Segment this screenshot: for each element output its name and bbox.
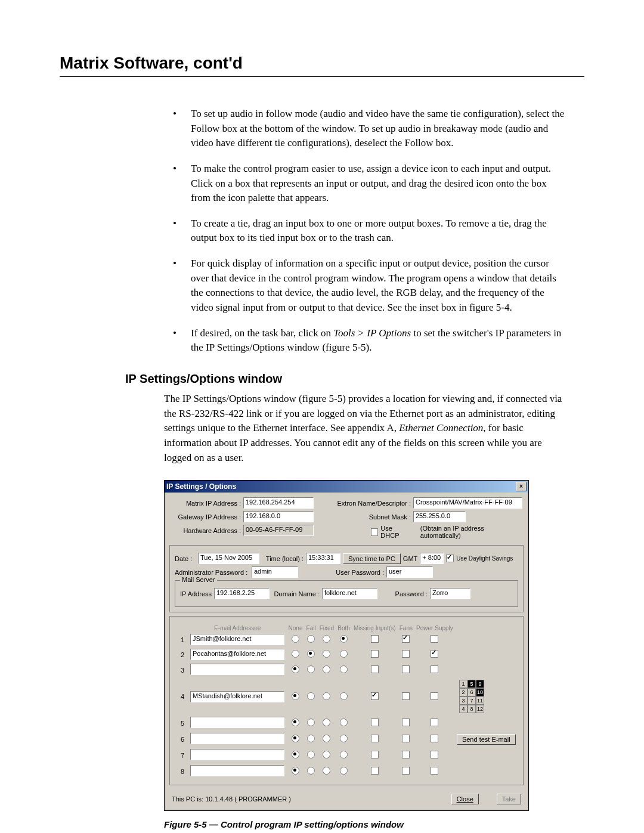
chk-power[interactable] <box>431 635 438 643</box>
hw-label: Hardware Address : <box>169 527 241 534</box>
matrix-ip-input[interactable]: 192.168.254.254 <box>243 497 314 509</box>
close-button[interactable]: Close <box>451 794 479 804</box>
chk-fans[interactable] <box>402 719 410 726</box>
user-pwd-label: User Password : <box>301 569 384 576</box>
radio-both[interactable] <box>340 767 348 775</box>
chk-power[interactable] <box>431 767 438 775</box>
radio-fixed[interactable] <box>323 650 330 658</box>
extron-input[interactable]: Crosspoint/MAV/Matrix-FF-FF-09 <box>413 497 522 509</box>
chk-fans[interactable] <box>402 735 410 742</box>
radio-fail[interactable] <box>307 735 315 742</box>
radio-fail[interactable] <box>307 665 315 673</box>
radio-fail[interactable] <box>307 719 315 726</box>
radio-both[interactable] <box>340 650 348 658</box>
email-input[interactable] <box>190 733 284 744</box>
chk-fans[interactable] <box>402 692 410 700</box>
dhcp-checkbox[interactable] <box>371 528 379 536</box>
dialog-screenshot: IP Settings / Options × Matrix IP Addres… <box>164 480 528 811</box>
radio-none[interactable] <box>292 650 299 658</box>
radio-both[interactable] <box>340 751 348 758</box>
dialog-titlebar: IP Settings / Options × <box>165 481 528 493</box>
radio-none[interactable] <box>292 751 299 758</box>
bullet-dot: • <box>173 216 191 246</box>
chk-fans[interactable] <box>402 650 410 658</box>
bullet-dot: • <box>173 107 191 151</box>
take-button[interactable]: Take <box>497 794 521 804</box>
radio-fixed[interactable] <box>323 767 330 775</box>
subnet-input[interactable]: 255.255.0.0 <box>413 511 466 522</box>
chk-fans[interactable] <box>402 635 410 643</box>
mail-pwd-input[interactable]: Zorro <box>430 588 470 599</box>
matrix-ip-label: Matrix IP Address : <box>169 500 241 507</box>
chk-missing[interactable] <box>371 719 379 726</box>
bullet-text: To create a tie, drag an input box to on… <box>191 216 566 246</box>
radio-none[interactable] <box>292 635 299 643</box>
radio-both[interactable] <box>340 719 348 726</box>
radio-none[interactable] <box>292 767 299 775</box>
mail-ip-label: IP Address <box>180 590 212 597</box>
radio-fail[interactable] <box>307 650 315 658</box>
chk-missing[interactable] <box>371 635 379 643</box>
bullet-dot: • <box>173 162 191 206</box>
radio-none[interactable] <box>292 692 299 700</box>
chk-fans[interactable] <box>402 751 410 758</box>
radio-both[interactable] <box>340 735 348 742</box>
radio-fixed[interactable] <box>323 665 330 673</box>
email-input[interactable]: Pocahontas@folklore.net <box>190 649 284 660</box>
gmt-label: GMT <box>403 555 417 562</box>
chk-power[interactable] <box>431 735 438 742</box>
gmt-input[interactable]: + 8:00 <box>420 553 444 564</box>
chk-missing[interactable] <box>371 650 379 658</box>
user-pwd-input[interactable]: user <box>386 566 433 578</box>
domain-input[interactable]: folklore.net <box>322 588 377 599</box>
email-input[interactable] <box>190 749 284 760</box>
hw-input: 00-05-A6-FF-FF-09 <box>243 525 314 536</box>
chk-power[interactable] <box>431 751 438 758</box>
email-input[interactable]: JSmith@folklore.net <box>190 634 284 645</box>
send-test-button[interactable]: Send test E-mail <box>457 734 516 745</box>
radio-fail[interactable] <box>307 767 315 775</box>
email-input[interactable] <box>190 765 284 776</box>
chk-fans[interactable] <box>402 767 410 775</box>
section-para: The IP Settings/Options window (figure 5… <box>164 392 566 465</box>
email-input[interactable] <box>190 664 284 675</box>
chk-fans[interactable] <box>402 665 410 673</box>
close-icon[interactable]: × <box>516 482 527 491</box>
chk-power[interactable] <box>431 692 438 700</box>
chk-missing[interactable] <box>371 767 379 775</box>
dhcp-label: Use DHCP <box>380 525 411 539</box>
chk-missing[interactable] <box>371 751 379 758</box>
radio-fixed[interactable] <box>323 735 330 742</box>
time-label: Time (local) : <box>262 555 304 562</box>
chk-missing[interactable] <box>371 735 379 742</box>
radio-fixed[interactable] <box>323 692 330 700</box>
radio-none[interactable] <box>292 735 299 742</box>
chk-missing[interactable] <box>371 692 379 700</box>
radio-both[interactable] <box>340 635 348 643</box>
radio-fixed[interactable] <box>323 635 330 643</box>
sync-button[interactable]: Sync time to PC <box>343 553 401 564</box>
chk-power[interactable] <box>431 665 438 673</box>
chk-power[interactable] <box>431 719 438 726</box>
radio-fail[interactable] <box>307 635 315 643</box>
radio-none[interactable] <box>292 719 299 726</box>
email-input[interactable] <box>190 717 284 728</box>
email-input[interactable]: MStandish@folklore.net <box>190 691 284 702</box>
radio-none[interactable] <box>292 665 299 673</box>
radio-fixed[interactable] <box>323 719 330 726</box>
radio-fail[interactable] <box>307 692 315 700</box>
date-input[interactable]: Tue, 15 Nov 2005 <box>198 553 259 564</box>
gateway-input[interactable]: 192.168.0.0 <box>243 511 314 522</box>
radio-fail[interactable] <box>307 751 315 758</box>
chk-missing[interactable] <box>371 665 379 673</box>
mail-ip-input[interactable]: 192.168.2.25 <box>214 588 270 599</box>
dst-checkbox[interactable] <box>446 555 454 562</box>
radio-both[interactable] <box>340 692 348 700</box>
bullet-text: To set up audio in follow mode (audio an… <box>191 107 566 151</box>
admin-pwd-input[interactable]: admin <box>252 566 298 578</box>
radio-both[interactable] <box>340 665 348 673</box>
time-input[interactable]: 15:33:31 <box>306 553 340 564</box>
dst-label: Use Daylight Savings <box>456 556 513 562</box>
radio-fixed[interactable] <box>323 751 330 758</box>
chk-power[interactable] <box>431 650 438 658</box>
